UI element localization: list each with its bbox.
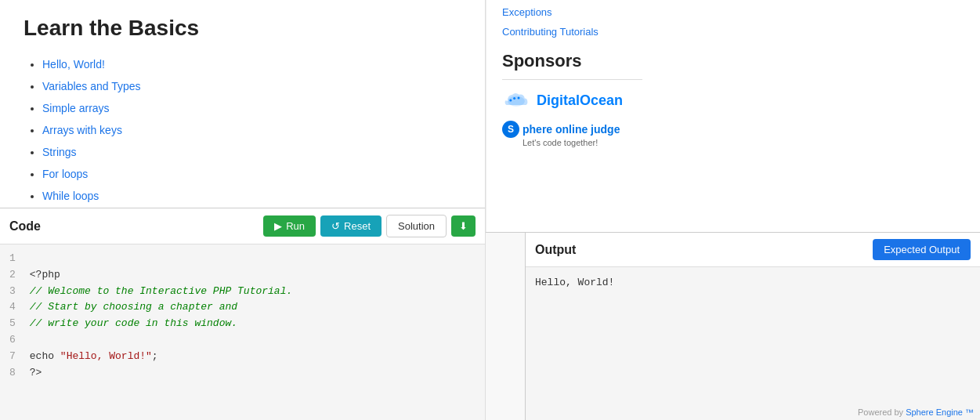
code-editor[interactable]: 1 2 3 4 5 6 7 8 <?php // Welcome to the … (0, 244, 485, 420)
list-item: For loops (42, 163, 461, 185)
nav-link-strings[interactable]: Strings (42, 146, 77, 158)
sponsors-title: Sponsors (502, 51, 642, 71)
nav-link-hello[interactable]: Hello, World! (42, 58, 105, 71)
line-numbers: 1 2 3 4 5 6 7 8 (0, 251, 24, 414)
nav-link-simple-arrays[interactable]: Simple arrays (42, 102, 110, 114)
reset-icon: ↺ (331, 220, 340, 232)
run-button[interactable]: ▶ Run (263, 215, 316, 237)
sphere-subtitle: Let's code together! (523, 138, 642, 147)
sponsor-sphere[interactable]: S phere online judge Let's code together… (502, 121, 642, 147)
list-item: Strings (42, 141, 461, 163)
sponsor-digitalocean[interactable]: DigitalOcean (502, 89, 642, 111)
digitalocean-name: DigitalOcean (537, 92, 623, 109)
sphere-engine-link[interactable]: Sphere Engine ™ (906, 407, 974, 417)
svg-point-3 (518, 97, 520, 100)
code-toolbar: Code ▶ Run ↺ Reset Solution ⬇ (0, 208, 485, 244)
code-content: <?php // Welcome to the Interactive PHP … (24, 251, 298, 414)
powered-by: Powered by Sphere Engine ™ (526, 404, 980, 420)
reset-button[interactable]: ↺ Reset (320, 215, 382, 237)
output-content: Hello, World! (526, 267, 980, 404)
digitalocean-icon (502, 89, 530, 111)
list-item: While loops (42, 185, 461, 207)
output-toolbar: Output Expected Output (526, 233, 980, 267)
nav-link-arrays-keys[interactable]: Arrays with keys (42, 124, 122, 136)
output-text: Hello, World! (535, 277, 614, 288)
list-item: Arrays with keys (42, 119, 461, 141)
nav-link-for-loops[interactable]: For loops (42, 168, 88, 180)
page-title: Learn the Basics (24, 16, 461, 41)
code-panel: Code ▶ Run ↺ Reset Solution ⬇ 1 (0, 208, 485, 420)
download-button[interactable]: ⬇ (451, 215, 476, 237)
run-icon: ▶ (274, 220, 282, 232)
svg-point-2 (513, 97, 515, 100)
code-label: Code (9, 219, 41, 234)
list-item: Hello, World! (42, 53, 461, 75)
sidebar: Exceptions Contributing Tutorials Sponso… (486, 0, 658, 232)
expected-output-button[interactable]: Expected Output (873, 239, 971, 260)
list-item: Simple arrays (42, 97, 461, 119)
list-item: Variables and Types (42, 75, 461, 97)
nav-link-while-loops[interactable]: While loops (42, 190, 99, 202)
nav-list: Hello, World! Variables and Types Simple… (24, 53, 461, 208)
solution-button[interactable]: Solution (386, 215, 447, 237)
top-links: Exceptions Contributing Tutorials (502, 0, 642, 42)
exceptions-link[interactable]: Exceptions (502, 3, 642, 23)
contributing-tutorials-link[interactable]: Contributing Tutorials (502, 23, 642, 42)
svg-point-1 (509, 100, 512, 102)
sphere-logo: S (502, 121, 519, 138)
download-icon: ⬇ (459, 220, 468, 232)
sphere-brand-name: phere online judge (523, 123, 620, 136)
output-label: Output (535, 243, 873, 257)
nav-link-variables[interactable]: Variables and Types (42, 80, 141, 92)
